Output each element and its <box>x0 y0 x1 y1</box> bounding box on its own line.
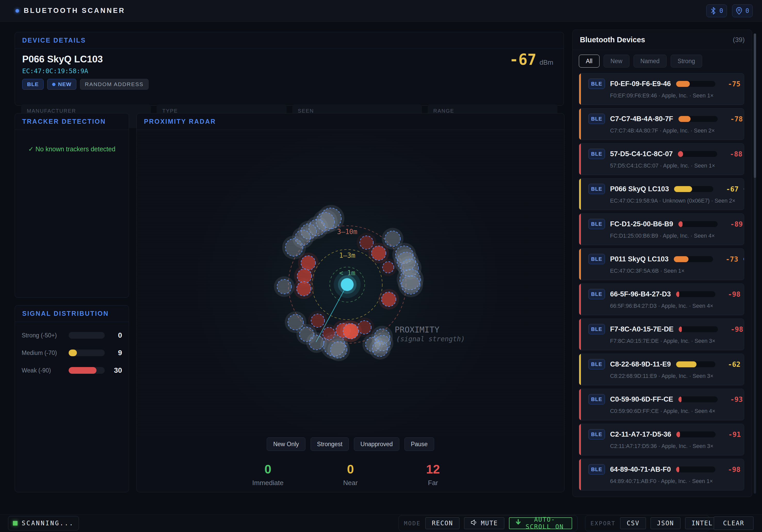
radar-device-dot[interactable] <box>358 321 371 334</box>
rssi-value: -98 <box>723 325 743 333</box>
device-subtext: 66:5F:96:B4:27:D3 · Apple, Inc. · Seen 4… <box>610 303 738 309</box>
radar-device-dot[interactable] <box>371 246 386 260</box>
location-count-badge[interactable]: 0 <box>732 4 753 17</box>
signal-row-label: Strong (-50+) <box>22 332 69 339</box>
rssi-value: -73 <box>718 255 738 263</box>
ble-badge: BLE <box>588 429 605 439</box>
ble-badge: BLE <box>588 324 605 334</box>
device-row[interactable]: BLE64-89-40-71-AB-F0-9864:89:40:71:AB:F0… <box>579 459 744 491</box>
device-rssi-unit: dBm <box>540 58 553 66</box>
radar-device-dot[interactable] <box>383 262 394 273</box>
signal-bar <box>676 291 715 297</box>
proximity-count-immediate: 0Immediate <box>246 462 290 487</box>
mute-button[interactable]: MUTE <box>464 517 504 529</box>
signal-bar <box>679 326 718 332</box>
ble-badge: BLE <box>588 464 605 475</box>
device-row[interactable]: BLEP011 SkyQ LC103-73EC:47:0C:3F:5A:6B ·… <box>579 248 744 280</box>
radar-visualization: < 1m1–3m3–10mPROXIMITY(signal strength) <box>137 130 565 435</box>
device-accent-bar <box>579 284 581 315</box>
radar-device-dot[interactable] <box>297 282 311 296</box>
device-row[interactable]: BLEF7-8C-A0-15-7E-DE-98F7:8C:A0:15:7E:DE… <box>579 319 744 350</box>
scrollbar-thumb[interactable] <box>754 33 756 178</box>
new-dot-icon <box>52 83 55 86</box>
radar-device-dot[interactable] <box>277 279 291 294</box>
rssi-value: -89 <box>723 220 743 228</box>
signal-row-label: Weak (-90) <box>22 367 69 374</box>
proximity-count-far: 12Far <box>411 462 455 487</box>
scanning-indicator: SCANNING... <box>8 516 79 530</box>
mode-label: MODE <box>404 520 421 527</box>
radar-device-dot[interactable] <box>385 231 400 246</box>
device-subtext: EC:47:0C:3F:5A:6B · Seen 1× <box>610 268 738 274</box>
location-count: 0 <box>745 7 749 15</box>
device-accent-bar <box>579 459 581 490</box>
tracker-detection-panel: TRACKER DETECTION ✓ No known trackers de… <box>15 113 129 298</box>
device-name: C8-22-68-9D-11-E9 <box>610 360 671 368</box>
tracker-title: TRACKER DETECTION <box>22 118 106 125</box>
radar-device-dot[interactable] <box>372 341 388 357</box>
mode-recon-button[interactable]: RECON <box>425 517 459 529</box>
device-list-scrollbar[interactable] <box>754 33 756 494</box>
filter-tab-named[interactable]: Named <box>634 55 666 68</box>
status-dot-icon <box>743 257 744 261</box>
radar-filter-new-only[interactable]: New Only <box>267 437 305 451</box>
random-address-badge: RANDOM ADDRESS <box>80 79 149 90</box>
bluetooth-count-badge[interactable]: 0 <box>706 4 727 17</box>
device-name: F7-8C-A0-15-7E-DE <box>610 325 673 333</box>
app-brand: BLUETOOTH SCANNER <box>0 7 125 15</box>
statusbar: SCANNING... MODE RECON MUTE AUTO-SCROLL … <box>0 514 762 532</box>
device-list-panel: Bluetooth Devices (39) AllNewNamedStrong… <box>572 30 752 497</box>
status-dot-icon <box>744 187 744 191</box>
ble-badge: BLE <box>588 184 605 194</box>
device-accent-bar <box>579 144 581 175</box>
device-subtext: 57:D5:C4:1C:8C:07 · Apple, Inc. · Seen 1… <box>610 163 738 169</box>
filter-tab-all[interactable]: All <box>579 55 599 68</box>
device-details-panel: DEVICE DETAILS P066 SkyQ LC103 EC:47:0C:… <box>15 32 564 106</box>
signal-row-value: 0 <box>105 331 122 339</box>
device-accent-bar <box>579 319 581 350</box>
export-json-button[interactable]: JSON <box>650 517 680 529</box>
radar-stage: < 1m1–3m3–10mPROXIMITY(signal strength) <box>137 130 565 435</box>
filter-tab-new[interactable]: New <box>604 55 629 68</box>
device-name: P066 SkyQ LC103 <box>22 54 557 65</box>
device-row[interactable]: BLEFC-D1-25-00-B6-B9-89FC:D1:25:00:B6:B9… <box>579 213 744 245</box>
device-row[interactable]: BLE66-5F-96-B4-27-D3-9866:5F:96:B4:27:D3… <box>579 284 744 315</box>
signal-bar <box>676 432 716 437</box>
signal-distribution-panel: SIGNAL DISTRIBUTION Strong (-50+)0Medium… <box>15 305 129 492</box>
device-row[interactable]: BLEC2-11-A7-17-D5-36-91C2:11:A7:17:D5:36… <box>579 424 744 455</box>
device-subtext: 64:89:40:71:AB:F0 · Apple, Inc. · Seen 1… <box>610 478 738 485</box>
clear-button[interactable]: CLEAR <box>714 516 753 530</box>
export-csv-button[interactable]: CSV <box>620 517 646 529</box>
radar-device-dot[interactable] <box>285 239 303 256</box>
radar-filter-pause[interactable]: Pause <box>405 437 434 451</box>
filter-tab-strong[interactable]: Strong <box>671 55 702 68</box>
ble-badge: BLE <box>588 289 605 299</box>
device-row[interactable]: BLEC7-C7-4B-4A-80-7F-78C7:C7:4B:4A:80:7F… <box>579 108 744 140</box>
device-name: 64-89-40-71-AB-F0 <box>610 466 671 474</box>
device-row[interactable]: BLEP066 SkyQ LC103-67EC:47:0C:19:58:9A ·… <box>579 178 744 210</box>
signal-row-value: 9 <box>105 349 122 357</box>
radar-filter-unapproved[interactable]: Unapproved <box>354 437 399 451</box>
radar-filter-strongest[interactable]: Strongest <box>311 437 349 451</box>
bluetooth-count: 0 <box>720 7 723 15</box>
device-details-title: DEVICE DETAILS <box>22 36 86 44</box>
signal-row-label: Medium (-70) <box>22 350 69 357</box>
signal-bar <box>676 81 715 87</box>
device-row[interactable]: BLE57-D5-C4-1C-8C-07-8857:D5:C4:1C:8C:07… <box>579 143 744 175</box>
radar-device-dot[interactable] <box>311 314 325 327</box>
count-label: Near <box>329 479 372 487</box>
radar-ring-label: 3–10m <box>337 228 357 235</box>
rssi-value: -88 <box>722 150 742 158</box>
device-row[interactable]: BLEC8-22-68-9D-11-E9-62C8:22:68:9D:11:E9… <box>579 354 744 385</box>
ble-badge: BLE <box>588 394 605 404</box>
location-pin-icon <box>736 7 742 15</box>
radar-device-dot[interactable] <box>331 342 347 358</box>
device-subtext: C2:11:A7:17:D5:36 · Apple, Inc. · Seen 3… <box>610 443 738 449</box>
signal-bar <box>676 362 715 367</box>
radar-device-dot[interactable] <box>401 276 420 294</box>
device-row[interactable]: BLEC0-59-90-6D-FF-CE-93C0:59:90:6D:FF:CE… <box>579 389 744 421</box>
radar-device-dot[interactable] <box>382 292 396 306</box>
count-value: 12 <box>411 462 455 476</box>
device-row[interactable]: BLEF0-EF-09-F6-E9-46-75F0:EF:09:F6:E9:46… <box>579 73 744 105</box>
autoscroll-button[interactable]: AUTO-SCROLL ON <box>509 517 572 529</box>
